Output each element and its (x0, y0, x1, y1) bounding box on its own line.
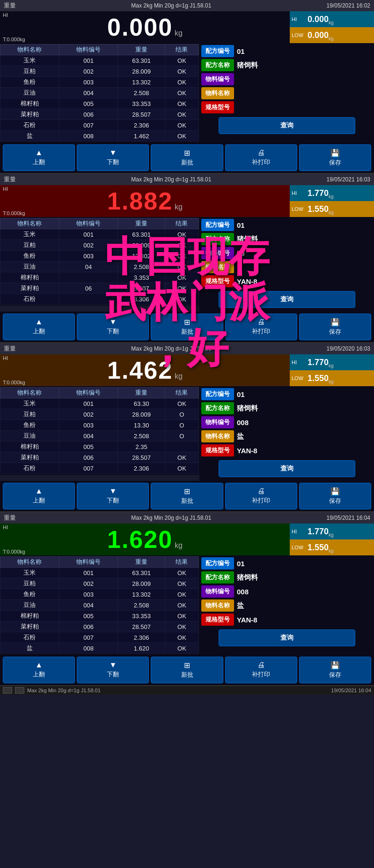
table-row: 石粉0072.306OK (0, 120, 199, 131)
btn-补打印[interactable]: 🖨 补打印 (225, 483, 297, 509)
col-header: 物料名称 (0, 45, 59, 55)
hi-unit: kg (329, 532, 334, 538)
weight-right-panel: HI 0.000 kg LOW 0.000 kg (290, 11, 374, 43)
info-value: 008 (237, 419, 249, 427)
weight-label-hi: HI (3, 186, 8, 192)
info-row: 配方编号 01 (201, 557, 372, 569)
table-row: 石粉0072.306OK (0, 632, 199, 643)
table-row: 豆粕00228.009OK (0, 66, 199, 77)
weight-area: HI 0.000 kg T:0.000kg HI 0.000 kg LOW 0.… (0, 11, 374, 43)
btn-icon-4: 💾 (330, 661, 340, 670)
panel-4: 重量 Max 2kg Min 20g d=1g J1.58.01 19/05/2… (0, 512, 374, 686)
btn-上翻[interactable]: ▲ 上翻 (3, 483, 75, 509)
query-button[interactable]: 查询 (219, 460, 355, 477)
table-row: 棉籽粕00533.353OK (0, 611, 199, 621)
weight-label-hi: HI (3, 524, 8, 530)
info-value: YAN-8 (237, 447, 257, 455)
status-bar: Max 2kg Min 20g d=1g J1.58.01 19/05/2021… (0, 686, 374, 695)
hi-label: HI (292, 16, 306, 22)
hi-value: 1.770 (308, 358, 329, 367)
btn-新批[interactable]: ⊞ 新批 (151, 314, 223, 340)
col-header: 物料编号 (59, 388, 118, 398)
low-unit: kg (329, 379, 334, 384)
weight-main: HI 0.000 kg T:0.000kg (0, 11, 290, 43)
query-button[interactable]: 查询 (219, 117, 355, 134)
col-header: 重量 (118, 388, 165, 398)
btn-新批[interactable]: ⊞ 新批 (151, 657, 223, 683)
btn-上翻[interactable]: ▲ 上翻 (3, 314, 75, 340)
info-row: 配方编号 01 (201, 388, 372, 400)
hi-value: 1.770 (308, 188, 329, 198)
btn-保存[interactable]: 💾 保存 (299, 314, 371, 340)
btn-icon-3: 🖨 (257, 318, 265, 326)
info-value: 盐 (237, 432, 244, 441)
btn-补打印[interactable]: 🖨 补打印 (225, 144, 297, 171)
info-value: 01 (237, 221, 245, 229)
right-section: 配方编号 01 配方名称 猪饲料 物料编号 00 物料名称 规格型号 YAN-8… (199, 217, 374, 312)
hi-row: HI 1.770 kg (290, 354, 374, 370)
info-value: 猪饲料 (237, 573, 258, 582)
weight-area: HI 1.882 kg T:0.000kg HI 1.770 kg LOW 1.… (0, 185, 374, 217)
table-row: 棉籽粕00533.353OK (0, 98, 199, 109)
left-section: 物料名称物料编号重量结果 玉米00163.301OK 豆粕00228.009OK… (0, 217, 199, 312)
btn-保存[interactable]: 💾 保存 (299, 657, 371, 683)
low-row: LOW 0.000 kg (290, 27, 374, 43)
panel-2: 重量 Max 2kg Min 20g d=1g J1.58.01 19/05/2… (0, 174, 374, 343)
btn-补打印[interactable]: 🖨 补打印 (225, 314, 297, 340)
hi-value: 0.000 (308, 15, 329, 24)
query-button[interactable]: 查询 (219, 291, 355, 308)
info-label: 配方名称 (201, 59, 234, 71)
btn-新批[interactable]: ⊞ 新批 (151, 483, 223, 509)
weight-unit: kg (175, 541, 183, 550)
btn-上翻[interactable]: ▲ 上翻 (3, 144, 75, 171)
low-label: LOW (292, 32, 306, 38)
query-button[interactable]: 查询 (219, 629, 355, 646)
low-row: LOW 1.550 kg (290, 539, 374, 555)
btn-下翻[interactable]: ▼ 下翻 (77, 144, 149, 171)
low-value: 1.550 (308, 543, 329, 553)
btn-新批[interactable]: ⊞ 新批 (151, 144, 223, 171)
table-wrapper: 物料名称物料编号重量结果 玉米00163.301OK 豆粕00228.009OK… (0, 217, 199, 306)
top-bar-center: Max 2kg Min 20g d=1g J1.58.01 (131, 2, 211, 9)
table-row: 玉米00163.301OK (0, 568, 199, 578)
data-table: 物料名称物料编号重量结果 玉米00163.301OK 豆粕00228.009OK… (0, 556, 199, 654)
btn-下翻[interactable]: ▼ 下翻 (77, 657, 149, 683)
btn-下翻[interactable]: ▼ 下翻 (77, 483, 149, 509)
btn-下翻[interactable]: ▼ 下翻 (77, 314, 149, 340)
table-row: 鱼粉00313.302OK (0, 589, 199, 600)
col-header: 物料编号 (59, 45, 118, 55)
btn-上翻[interactable]: ▲ 上翻 (3, 657, 75, 683)
top-bar-left: 重量 (4, 344, 16, 353)
btn-label-2: 新批 (181, 328, 193, 336)
info-row: 规格型号 YAN-8 (201, 444, 372, 456)
info-value: 猪饲料 (237, 61, 258, 70)
info-label: 物料名称 (201, 430, 234, 442)
btn-保存[interactable]: 💾 保存 (299, 483, 371, 509)
info-label: 配方编号 (201, 45, 234, 57)
info-row: 规格型号 YAN-8 (201, 275, 372, 287)
table-row: 玉米00163.301OK (0, 55, 199, 66)
col-header: 重量 (118, 557, 165, 568)
info-row: 配方编号 01 (201, 219, 372, 231)
btn-label-1: 下翻 (107, 158, 119, 166)
info-row: 配方名称 猪饲料 (201, 59, 372, 71)
table-row: 鱼粉00313.302OK (0, 77, 199, 88)
btn-保存[interactable]: 💾 保存 (299, 144, 371, 171)
info-label: 规格型号 (201, 275, 234, 287)
btn-icon-1: ▼ (109, 318, 117, 326)
btn-label-4: 保存 (329, 328, 341, 336)
table-row: 豆粕00228.009OK (0, 578, 199, 589)
info-label: 物料编号 (201, 247, 234, 259)
table-row: 鱼粉00313.302OK (0, 251, 199, 262)
top-bar-right: 19/05/2020 16:03 (327, 345, 370, 352)
hi-unit: kg (329, 20, 334, 25)
info-row: 规格型号 (201, 101, 372, 113)
table-wrapper: 物料名称物料编号重量结果 玉米00163.30OK 豆粕00228.009O 鱼… (0, 386, 199, 475)
panel-1: 重量 Max 2kg Min 20g d=1g J1.58.01 19/05/2… (0, 0, 374, 174)
main-content: 物料名称物料编号重量结果 玉米00163.301OK 豆粕00228.009OK… (0, 43, 374, 142)
col-header: 物料名称 (0, 218, 59, 229)
info-row: 配方名称 猪饲料 (201, 233, 372, 245)
btn-补打印[interactable]: 🖨 补打印 (225, 657, 297, 683)
left-section: 物料名称物料编号重量结果 玉米00163.301OK 豆粕00228.009OK… (0, 43, 199, 142)
low-label: LOW (292, 206, 306, 212)
